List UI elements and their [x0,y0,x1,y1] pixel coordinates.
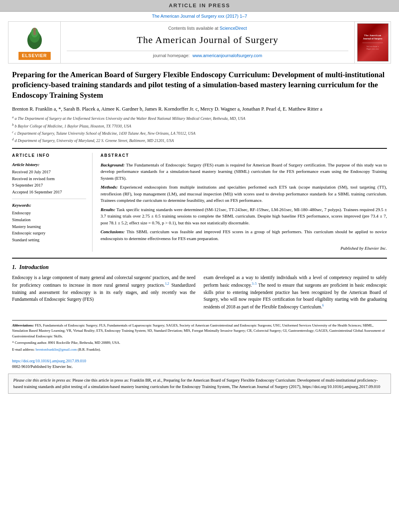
affiliation-a: a a The Department of Surgery at the Uni… [12,115,387,121]
issn-text: 0002-9610/Published by Elsevier Inc. [12,364,387,370]
affiliation-b: b b Baylor College of Medicine, 1 Baylor… [12,123,387,129]
journal-header: ELSEVIER Contents lists available at Sci… [8,21,391,64]
article-info-column: ARTICLE INFO Article history: Received 2… [12,153,93,252]
email-line: E-mail address: brentonfranklin@gmail.co… [12,347,387,353]
conclusions-text: This SBML curriculum was feasible and im… [101,229,387,241]
citation-box: Please cite this article in press as: Pl… [8,374,391,394]
svg-rect-5 [33,31,36,35]
affiliation-d: d d Department of Surgery, University of… [12,137,387,144]
abstract-conclusions: Conclusions: This SBML curriculum was fe… [101,228,387,242]
results-label: Results: [101,207,115,212]
history-label: Article history: [12,162,86,168]
intro-para1-right: exam developed as a way to identify indi… [204,274,387,311]
ref-1-2: 1,2 [165,282,169,286]
email-note: (B.R. Franklin). [78,347,101,351]
methods-label: Methods: [101,185,118,189]
journal-reference: The American Journal of Surgery xxx (201… [0,12,399,21]
intro-para1-left: Endoscopy is a large component of many g… [12,274,195,303]
revised-date: 9 September 2017 [12,183,86,189]
keyword-3: Endoscopic surgery [12,230,86,237]
svg-point-4 [33,28,36,31]
abbreviations-line: Abbreviations: FES, Fundamentals of Endo… [12,323,387,339]
section-heading: Introduction [19,264,49,270]
abstract-background: Background: The Fundamentals of Endoscop… [101,162,387,182]
authors-text: Brenton R. Franklin a, *, Sarah B. Place… [12,106,322,112]
doi-link: https://doi.org/10.1016/j.amjsurg.2017.0… [12,358,387,364]
elsevier-label: ELSEVIER [19,52,51,60]
conclusions-label: Conclusions: [101,229,125,234]
abbreviations-text: FES, Fundamentals of Endoscopic Surgery;… [12,323,385,338]
article-in-press-banner: ARTICLE IN PRESS [0,0,399,12]
homepage-url[interactable]: www.americanjournalofsurgery.com [192,53,262,58]
footnotes-section: Abbreviations: FES, Fundamentals of Endo… [12,320,387,356]
corresponding-text: 8901 Rockville Pike, Bethesda, MD 20889,… [48,341,121,345]
article-info-abstract: ARTICLE INFO Article history: Received 2… [12,148,387,252]
affiliation-c: c c Department of Surgery, Tulane Univer… [12,130,387,136]
elsevier-logo: ELSEVIER [19,26,51,60]
keyword-0: Endoscopy [12,210,86,217]
article-info-header: ARTICLE INFO [12,153,86,158]
ref-6: 6 [322,304,324,307]
affiliation-a-text: a The Department of Surgery at the Unifo… [15,117,245,121]
revised-label: Received in revised form [12,176,86,182]
please-cite-label: Please cite this article in press as: [13,378,72,382]
intro-col-left: Endoscopy is a large component of many g… [12,274,195,314]
abstract-methods: Methods: Experienced endoscopists from m… [101,184,387,204]
abstract-results: Results: Task specific training standard… [101,206,387,226]
keyword-4: Standard setting [12,237,86,244]
affiliation-d-text: d Department of Surgery, University of M… [15,139,174,143]
methods-text: Experienced endoscopists from multiple i… [101,185,387,203]
keywords-list: Endoscopy Simulation Mastery learning En… [12,210,86,244]
results-text: Task specific training standards were de… [101,207,387,225]
abstract-column: ABSTRACT Background: The Fundamentals of… [101,153,387,252]
journal-info-center: Contents lists available at ScienceDirec… [61,22,354,63]
background-text: The Fundamentals of Endoscopic Surgery (… [101,162,387,181]
keywords-label: Keywords: [12,202,86,208]
info-divider [12,199,86,199]
background-label: Background: [101,162,125,167]
ref-3-5: 3–5 [252,282,257,286]
journal-thumbnail-area: The American Journal of Surgery ────────… [354,22,391,63]
keywords-section: Keywords: Endoscopy Simulation Mastery l… [12,202,86,244]
journal-thumbnail: The American Journal of Surgery ────────… [357,23,389,62]
accepted-date: Accepted 16 September 2017 [12,189,86,195]
journal-title: The American Journal of Surgery [137,33,278,47]
homepage-label: journal homepage: [153,53,189,58]
introduction-section: 1. Introduction Endoscopy is a large com… [12,258,387,314]
sciencedirect-prefix: Contents lists available at [168,26,218,31]
sciencedirect-line: Contents lists available at ScienceDirec… [168,25,247,31]
authors-line: Brenton R. Franklin a, *, Sarah B. Place… [12,105,387,113]
corresponding-label: * Corresponding author. [12,341,47,345]
sciencedirect-link[interactable]: ScienceDirect [220,26,247,31]
journal-homepage: journal homepage: www.americanjournalofs… [153,53,262,59]
article-title: Preparing for the American Board of Surg… [12,70,387,101]
keyword-1: Simulation [12,217,86,224]
keyword-2: Mastery learning [12,224,86,230]
affiliations: a a The Department of Surgery at the Uni… [12,115,387,144]
elsevier-logo-area: ELSEVIER [8,22,61,63]
affiliation-b-text: b Baylor College of Medicine, 1 Baylor P… [15,124,132,128]
received-date: Received 20 July 2017 [12,169,86,175]
corresponding-line: * Corresponding author. 8901 Rockville P… [12,340,387,346]
affiliation-c-text: c Department of Surgery, Tulane Universi… [14,131,195,136]
abstract-text: Background: The Fundamentals of Endoscop… [101,162,387,252]
intro-col-right: exam developed as a way to identify indi… [204,274,387,314]
doi-section: https://doi.org/10.1016/j.amjsurg.2017.0… [12,358,387,370]
intro-body: Endoscopy is a large component of many g… [12,274,387,314]
email-label: E-mail address: [12,347,35,351]
main-content: Preparing for the American Board of Surg… [0,70,399,370]
email-link[interactable]: brentonfranklin@gmail.com [35,347,77,351]
elsevier-tree-icon [19,26,51,50]
doi-anchor[interactable]: https://doi.org/10.1016/j.amjsurg.2017.0… [12,359,86,363]
abstract-header: ABSTRACT [101,153,387,158]
intro-p1-text: Endoscopy is a large component of many g… [12,275,195,288]
header-divider [67,51,348,51]
published-by: Published by Elsevier Inc. [101,245,387,252]
section-num: 1. [12,264,16,270]
abbreviations-label: Abbreviations: [12,323,34,327]
article-history: Article history: Received 20 July 2017 R… [12,162,86,195]
section-title: 1. Introduction [12,263,387,271]
